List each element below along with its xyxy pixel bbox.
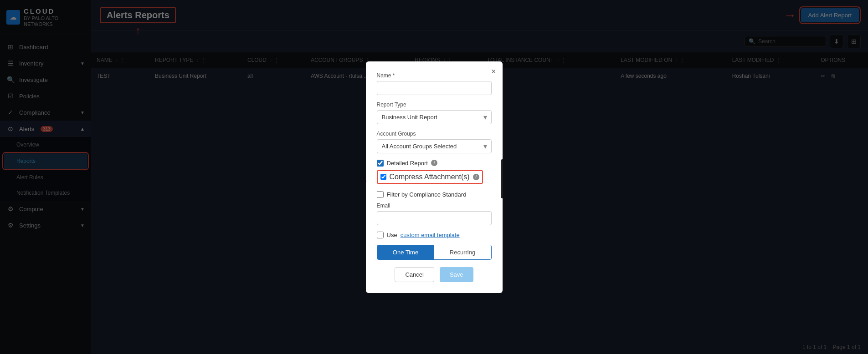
name-input[interactable] (377, 81, 492, 95)
compress-checkbox[interactable] (380, 174, 386, 180)
filter-compliance-row: Filter by Compliance Standard (377, 191, 492, 198)
compress-row-container: Compress Attachment(s) i ↓ Enabling this… (377, 170, 492, 187)
modal-overlay[interactable]: × Name * Report Type Business Unit Repor… (91, 0, 868, 354)
report-type-select-wrap: Business Unit Report ▾ (377, 110, 492, 124)
filter-compliance-checkbox[interactable] (377, 191, 384, 198)
schedule-tabs: One Time Recurring (377, 245, 492, 260)
email-input[interactable] (377, 211, 492, 225)
custom-email-checkbox[interactable] (377, 232, 384, 238)
account-groups-label: Account Groups (377, 131, 492, 137)
compress-info-icon[interactable]: i (473, 174, 479, 180)
compress-row: Compress Attachment(s) i (377, 170, 483, 184)
custom-email-row: Use custom email template (377, 232, 492, 238)
modal-close-button[interactable]: × (491, 67, 496, 76)
report-type-label: Report Type (377, 101, 492, 108)
detailed-report-checkbox[interactable] (377, 160, 384, 167)
account-groups-select[interactable]: All Account Groups Selected (377, 139, 492, 153)
report-type-group: Report Type Business Unit Report ▾ (377, 101, 492, 124)
add-report-modal: × Name * Report Type Business Unit Repor… (366, 61, 503, 293)
name-label: Name * (377, 72, 492, 79)
modal-footer: Cancel Save (377, 267, 492, 282)
main-content: Alerts Reports ↑ → Add Alert Report 🔍 ⬇ … (91, 0, 868, 354)
compress-arrow-icon: ↓ (366, 173, 368, 185)
email-group: Email (377, 202, 492, 225)
save-button[interactable]: Save (440, 267, 473, 282)
account-groups-group: Account Groups All Account Groups Select… (377, 131, 492, 153)
compress-tooltip: Enabling this feature will compressed th… (501, 159, 503, 198)
custom-email-template-link[interactable]: custom email template (401, 232, 460, 238)
email-label: Email (377, 202, 492, 209)
cancel-button[interactable]: Cancel (395, 267, 434, 282)
detailed-report-info-icon[interactable]: i (431, 160, 437, 166)
tab-one-time[interactable]: One Time (377, 245, 434, 259)
detailed-report-row: Detailed Report i (377, 160, 492, 167)
report-type-select[interactable]: Business Unit Report (377, 110, 492, 124)
account-groups-select-wrap: All Account Groups Selected ▾ (377, 139, 492, 153)
tab-recurring[interactable]: Recurring (434, 245, 491, 259)
name-field-group: Name * (377, 72, 492, 95)
